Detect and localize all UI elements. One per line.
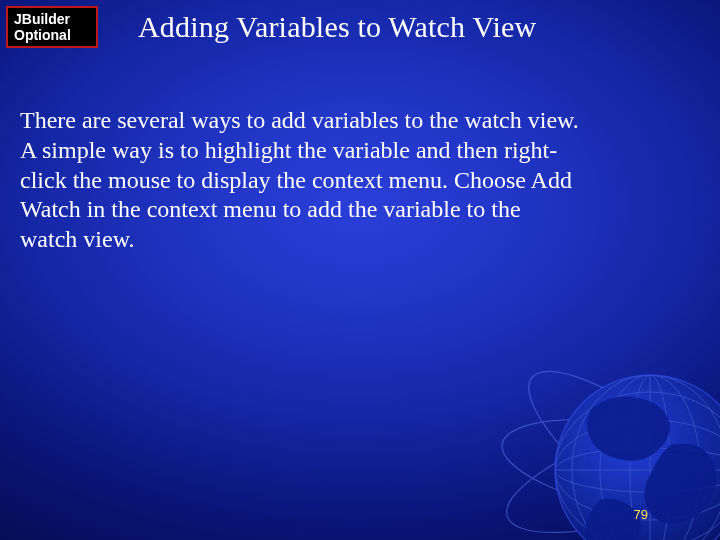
globe-icon [480, 300, 720, 540]
slide-body-text: There are several ways to add variables … [20, 106, 580, 255]
slide-title: Adding Variables to Watch View [138, 10, 536, 44]
badge-line1: JBuilder [14, 11, 96, 27]
badge-jbuilder-optional: JBuilder Optional [6, 6, 98, 48]
badge-line2: Optional [14, 27, 96, 43]
page-number: 79 [634, 507, 648, 522]
slide: JBuilder Optional Adding Variables to Wa… [0, 0, 720, 540]
